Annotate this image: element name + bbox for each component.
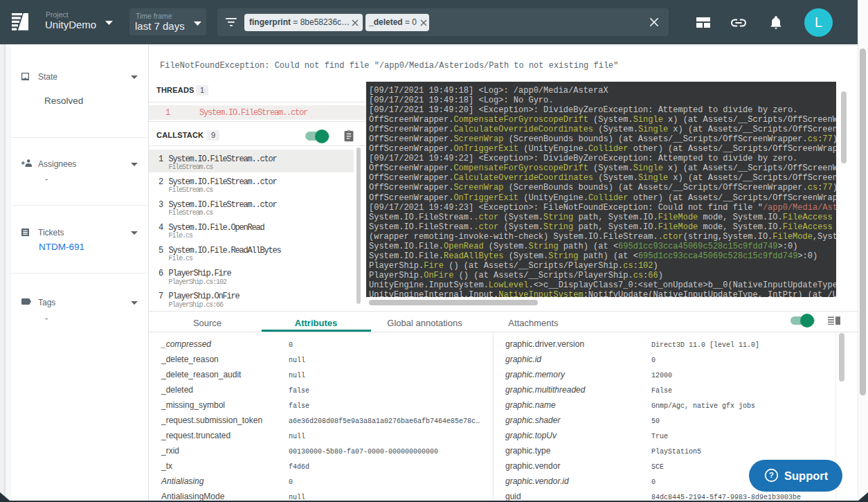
svg-text:?: ? [769, 471, 774, 479]
